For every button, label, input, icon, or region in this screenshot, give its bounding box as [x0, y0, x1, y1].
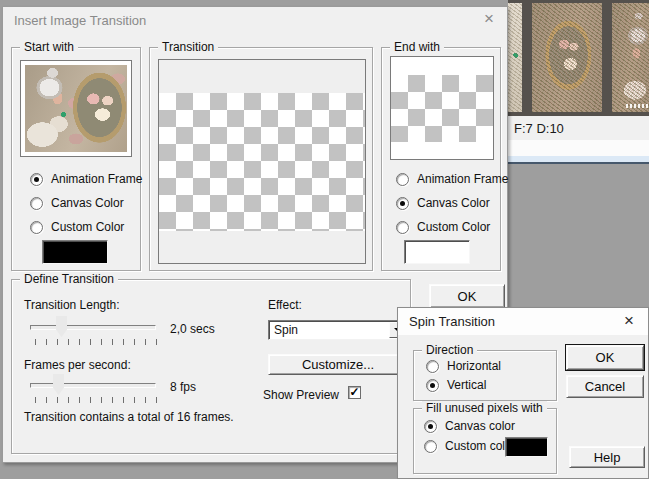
fill-custom-color-radio[interactable]	[424, 440, 437, 453]
main-dialog-titlebar: Insert Image Transition	[3, 7, 507, 33]
start-canvas-color-label: Canvas Color	[51, 196, 124, 210]
fill-custom-color-swatch[interactable]	[505, 437, 548, 457]
fill-canvas-color-option[interactable]: Canvas color	[424, 419, 515, 433]
end-canvas-color-radio[interactable]	[396, 197, 409, 210]
transition-length-ticks	[35, 339, 157, 345]
spin-ok-button[interactable]: OK	[566, 345, 644, 370]
end-animation-frame-option[interactable]: Animation Frame	[396, 172, 508, 186]
spin-dialog-titlebar: Spin Transition	[398, 308, 648, 335]
direction-vertical-radio[interactable]	[426, 379, 439, 392]
start-canvas-color-option[interactable]: Canvas Color	[30, 196, 124, 210]
direction-horizontal-label: Horizontal	[447, 359, 501, 373]
start-animation-frame-label: Animation Frame	[51, 172, 142, 186]
animation-filmstrip	[508, 0, 649, 116]
transition-length-value: 2,0 secs	[170, 322, 215, 336]
workspace-background	[508, 164, 649, 307]
fps-label: Frames per second:	[24, 358, 131, 372]
filmstrip-scroll-area	[508, 140, 649, 156]
main-dialog-title: Insert Image Transition	[3, 13, 146, 28]
effect-value: Spin	[269, 323, 298, 337]
direction-horizontal-radio[interactable]	[426, 360, 439, 373]
end-custom-color-swatch[interactable]	[404, 240, 470, 264]
direction-label: Direction	[422, 343, 477, 357]
show-preview-checkbox[interactable]	[348, 386, 361, 399]
start-custom-color-swatch[interactable]	[42, 240, 108, 264]
main-ok-button[interactable]: OK	[429, 284, 505, 308]
customize-button[interactable]: Customize...	[268, 354, 408, 375]
fill-custom-color-option[interactable]: Custom color	[424, 439, 516, 453]
fps-ticks	[35, 397, 157, 403]
direction-vertical-option[interactable]: Vertical	[426, 378, 486, 392]
frame-info-label: F:7 D:10	[508, 116, 649, 140]
end-canvas-color-option[interactable]: Canvas Color	[396, 196, 490, 210]
show-preview-label: Show Preview	[263, 388, 339, 402]
start-thumbnail-image	[25, 65, 127, 152]
transition-group: Transition	[149, 47, 373, 271]
transition-length-slider[interactable]	[30, 316, 156, 338]
fill-unused-pixels-label: Fill unused pixels with	[422, 401, 547, 415]
filmstrip-frame-8[interactable]	[612, 3, 649, 112]
start-canvas-color-radio[interactable]	[30, 197, 43, 210]
screen: F:7 D:10 Insert Image Transition × Start…	[0, 0, 649, 479]
start-animation-frame-radio[interactable]	[30, 173, 43, 186]
end-checkerboard	[391, 75, 493, 142]
direction-vertical-label: Vertical	[447, 378, 486, 392]
end-animation-frame-radio[interactable]	[396, 173, 409, 186]
end-custom-color-radio[interactable]	[396, 221, 409, 234]
transition-length-label: Transition Length:	[24, 298, 120, 312]
fill-canvas-color-label: Canvas color	[445, 419, 515, 433]
direction-horizontal-option[interactable]: Horizontal	[426, 359, 501, 373]
start-with-label: Start with	[20, 40, 78, 54]
fps-slider[interactable]	[30, 374, 156, 396]
spin-help-button[interactable]: Help	[569, 446, 645, 468]
fill-canvas-color-radio[interactable]	[424, 420, 437, 433]
transition-preview	[158, 59, 366, 264]
effect-dropdown[interactable]: Spin	[268, 320, 408, 340]
start-with-group: Start with Animation Frame Canvas Color …	[11, 47, 141, 271]
main-dialog-close-icon[interactable]: ×	[479, 9, 499, 29]
end-animation-frame-label: Animation Frame	[417, 172, 508, 186]
spin-cancel-button[interactable]: Cancel	[566, 375, 644, 398]
effect-label: Effect:	[268, 298, 302, 312]
end-with-group: End with Animation Frame Canvas Color Cu…	[381, 47, 501, 271]
start-custom-color-label: Custom Color	[51, 220, 124, 234]
end-with-label: End with	[390, 40, 444, 54]
end-custom-color-option[interactable]: Custom Color	[396, 220, 490, 234]
start-custom-color-option[interactable]: Custom Color	[30, 220, 124, 234]
filmstrip-frame-7[interactable]	[532, 3, 602, 112]
start-animation-frame-option[interactable]: Animation Frame	[30, 172, 142, 186]
direction-group: Direction Horizontal Vertical	[413, 350, 557, 401]
spin-dialog-title: Spin Transition	[398, 314, 495, 329]
end-frame-preview	[390, 56, 494, 160]
fps-thumb[interactable]	[53, 374, 64, 395]
define-transition-label: Define Transition	[20, 272, 118, 286]
transition-length-thumb[interactable]	[56, 316, 67, 337]
start-frame-preview	[20, 60, 132, 157]
fill-unused-pixels-group: Fill unused pixels with Canvas color Cus…	[413, 408, 557, 474]
transition-length-track[interactable]	[30, 325, 156, 330]
transition-label: Transition	[158, 40, 218, 54]
end-canvas-color-label: Canvas Color	[417, 196, 490, 210]
end-custom-color-label: Custom Color	[417, 220, 490, 234]
total-frames-text: Transition contains a total of 16 frames…	[24, 410, 234, 424]
filmstrip-frame-partial[interactable]	[508, 3, 522, 112]
start-custom-color-radio[interactable]	[30, 221, 43, 234]
fps-value: 8 fps	[170, 380, 196, 394]
fps-track[interactable]	[30, 383, 156, 388]
define-transition-group: Define Transition Transition Length: 2,0…	[11, 279, 411, 454]
transition-checkerboard	[159, 93, 365, 231]
watermark-text	[626, 104, 648, 108]
spin-transition-dialog: Spin Transition × Direction Horizontal V…	[397, 307, 649, 479]
spin-dialog-close-icon[interactable]: ×	[619, 311, 639, 331]
